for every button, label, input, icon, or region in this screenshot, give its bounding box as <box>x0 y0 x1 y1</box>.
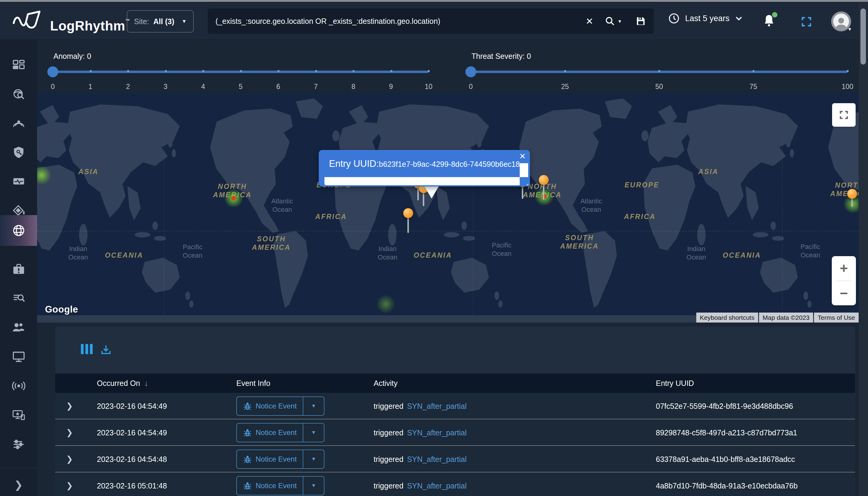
clear-search-icon[interactable]: ✕ <box>579 16 600 27</box>
avatar-caret-icon[interactable]: ▼ <box>848 27 852 32</box>
left-nav: ❯ <box>0 40 37 496</box>
table-row[interactable]: ❯ 2023-02-16 05:01:48 Notice Event ▼ tri… <box>55 472 855 496</box>
notice-event-dropdown[interactable]: ▼ <box>303 423 324 442</box>
chevron-down-icon <box>735 15 743 22</box>
slider-tick-label: 100 <box>842 83 853 91</box>
heatmap-spot <box>224 189 243 208</box>
notice-event-dropdown[interactable]: ▼ <box>303 476 324 495</box>
search-icon[interactable] <box>600 16 620 26</box>
threat-severity-slider-track[interactable] <box>471 71 848 73</box>
notice-event-label: Notice Event <box>256 455 297 463</box>
slider-tick-label: 3 <box>164 83 168 91</box>
slider-tick-dot <box>428 70 430 72</box>
table-row[interactable]: ❯ 2023-02-16 04:54:49 Notice Event ▼ tri… <box>55 393 855 419</box>
activity-link[interactable]: SYN_after_partial <box>407 481 467 490</box>
notice-event-dropdown[interactable]: ▼ <box>303 450 324 469</box>
clock-icon <box>668 13 680 24</box>
threat-severity-slider-handle[interactable] <box>466 66 476 77</box>
entry-uuid-cell: 89298748-c5f8-497d-a213-c87d7bd773a1 <box>656 419 797 446</box>
user-icon <box>833 15 849 31</box>
popup-close-icon[interactable]: ✕ <box>519 152 526 161</box>
nav-users[interactable] <box>0 313 37 342</box>
nav-list-search[interactable] <box>0 284 37 313</box>
expand-row-chevron-icon[interactable]: ❯ <box>66 393 78 419</box>
sidebar-divider <box>0 468 37 468</box>
column-header-occurred-on[interactable]: Occurred On↓ <box>97 373 148 393</box>
nav-card-pulse[interactable] <box>0 167 37 196</box>
event-info-cell: Notice Event ▼ <box>236 393 324 419</box>
entry-uuid-cell: 4a8b7d10-7fdb-48da-91a3-e10ecbdaa76b <box>656 472 798 496</box>
slider-tick-dot <box>165 70 167 72</box>
anomaly-slider-handle[interactable] <box>47 66 58 77</box>
notice-event-button[interactable]: Notice Event <box>236 397 303 416</box>
nav-tune-settings[interactable] <box>0 430 37 459</box>
activity-link[interactable]: SYN_after_partial <box>407 429 467 437</box>
column-header-event-info[interactable]: Event Info <box>236 373 271 393</box>
event-info-cell: Notice Event ▼ <box>236 419 324 446</box>
search-options-caret-icon[interactable]: ▼ <box>618 19 628 24</box>
nav-geo-map[interactable] <box>0 215 37 246</box>
window-top-edge <box>0 0 868 2</box>
activity-link[interactable]: SYN_after_partial <box>407 455 467 464</box>
nav-monitor[interactable] <box>0 342 37 371</box>
map-zoom-control: + − <box>832 256 856 305</box>
time-range-selector[interactable]: Last 5 years <box>668 13 743 24</box>
geo-map[interactable]: ASIAASIANORTH AMERICANORTH AMERICANORTH … <box>37 93 859 323</box>
terms-of-use-link[interactable]: Terms of Use <box>814 313 859 323</box>
page-scrollbar-thumb[interactable] <box>861 9 866 65</box>
expand-row-chevron-icon[interactable]: ❯ <box>66 446 78 472</box>
anomaly-slider-track[interactable] <box>53 71 429 73</box>
nav-radar-person[interactable] <box>0 109 37 138</box>
zoom-in-button[interactable]: + <box>832 256 856 281</box>
notifications-button[interactable] <box>763 14 775 28</box>
bug-icon <box>243 481 252 490</box>
popup-pointer <box>424 185 439 199</box>
slider-tick-label: 0 <box>469 83 473 91</box>
zoom-out-button[interactable]: − <box>832 281 856 306</box>
world-map-land <box>37 93 859 323</box>
save-search-icon[interactable] <box>628 16 654 26</box>
download-icon[interactable] <box>100 344 112 357</box>
column-header-entry-uuid[interactable]: Entry UUID <box>656 373 694 393</box>
activity-verb: triggered <box>374 429 403 437</box>
table-row[interactable]: ❯ 2023-02-16 04:54:48 Notice Event ▼ tri… <box>55 446 855 472</box>
activity-cell: triggered SYN_after_partial <box>374 393 467 419</box>
search-input[interactable] <box>208 17 579 26</box>
expand-row-chevron-icon[interactable]: ❯ <box>66 419 78 446</box>
page-scrollbar[interactable] <box>859 2 868 496</box>
nav-broadcast[interactable] <box>0 371 37 400</box>
keyboard-shortcuts-link[interactable]: Keyboard shortcuts <box>696 313 758 323</box>
slider-tick-label: 5 <box>239 83 243 91</box>
nav-shield-search[interactable] <box>0 138 37 167</box>
site-selector[interactable]: Site: All (3) ▼ <box>127 10 194 33</box>
column-chooser-icon[interactable] <box>81 344 93 354</box>
nav-case-alert[interactable] <box>0 254 37 284</box>
nav-globe-search[interactable] <box>0 80 37 109</box>
anomaly-tick-labels: 012345678910 <box>53 81 429 92</box>
filter-sliders-panel: Anomaly: 0 012345678910 Threat Severity:… <box>37 40 859 93</box>
nav-monitor-star-device[interactable] <box>0 401 37 430</box>
map-info-popup[interactable]: Entry UUID:b623f1e7-b9ac-4299-8dc6-74459… <box>319 150 530 186</box>
expand-sidebar-chevron-icon[interactable]: ❯ <box>0 474 37 495</box>
logrhythm-logo[interactable]: LogRhythm™ <box>12 10 130 37</box>
table-row[interactable]: ❯ 2023-02-16 04:54:49 Notice Event ▼ tri… <box>55 419 855 446</box>
occurred-on-cell: 2023-02-16 05:01:48 <box>97 472 167 496</box>
occurred-on-cell: 2023-02-16 04:54:49 <box>97 419 167 446</box>
pin-head <box>847 189 857 199</box>
notice-event-button[interactable]: Notice Event <box>236 423 303 442</box>
activity-link[interactable]: SYN_after_partial <box>407 402 467 410</box>
expand-row-chevron-icon[interactable]: ❯ <box>66 472 78 496</box>
logrhythm-logo-mark <box>12 10 46 31</box>
slider-tick-dot <box>277 70 279 72</box>
slider-tick-dot <box>352 70 355 72</box>
map-fullscreen-button[interactable] <box>832 103 856 127</box>
notice-event-button[interactable]: Notice Event <box>236 476 303 495</box>
nav-dashboard[interactable] <box>0 51 37 80</box>
notice-event-label: Notice Event <box>256 481 297 490</box>
slider-tick-label: 50 <box>655 83 663 91</box>
column-header-activity[interactable]: Activity <box>374 373 397 393</box>
table-toolbar <box>55 326 855 373</box>
notice-event-button[interactable]: Notice Event <box>236 450 303 469</box>
fullscreen-button[interactable] <box>801 16 812 29</box>
notice-event-dropdown[interactable]: ▼ <box>303 397 324 416</box>
